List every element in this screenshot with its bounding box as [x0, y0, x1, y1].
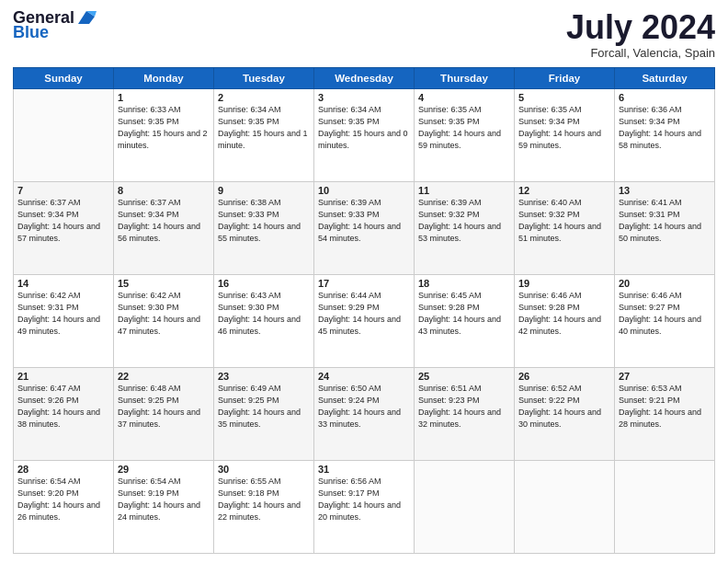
calendar-cell: 1Sunrise: 6:33 AMSunset: 9:35 PMDaylight… [114, 88, 214, 181]
day-number: 29 [118, 464, 210, 475]
calendar-cell: 9Sunrise: 6:38 AMSunset: 9:33 PMDaylight… [214, 181, 314, 274]
day-header-tuesday: Tuesday [214, 67, 314, 88]
day-number: 15 [118, 278, 210, 289]
calendar-cell [615, 460, 715, 553]
day-number: 30 [218, 464, 310, 475]
calendar-cell: 24Sunrise: 6:50 AMSunset: 9:24 PMDayligh… [314, 367, 415, 460]
calendar-header-row: SundayMondayTuesdayWednesdayThursdayFrid… [14, 67, 715, 88]
day-info: Sunrise: 6:49 AMSunset: 9:25 PMDaylight:… [218, 383, 310, 431]
day-info: Sunrise: 6:56 AMSunset: 9:17 PMDaylight:… [318, 476, 410, 523]
calendar-week-row: 21Sunrise: 6:47 AMSunset: 9:26 PMDayligh… [14, 367, 715, 460]
day-info: Sunrise: 6:34 AMSunset: 9:35 PMDaylight:… [318, 104, 410, 152]
calendar-cell: 10Sunrise: 6:39 AMSunset: 9:33 PMDayligh… [314, 181, 415, 274]
calendar-table: SundayMondayTuesdayWednesdayThursdayFrid… [13, 67, 715, 554]
day-info: Sunrise: 6:48 AMSunset: 9:25 PMDaylight:… [118, 383, 210, 431]
day-info: Sunrise: 6:54 AMSunset: 9:19 PMDaylight:… [118, 476, 210, 523]
day-number: 28 [17, 464, 109, 475]
calendar-cell: 31Sunrise: 6:56 AMSunset: 9:17 PMDayligh… [314, 460, 415, 553]
day-info: Sunrise: 6:52 AMSunset: 9:22 PMDaylight:… [518, 383, 610, 431]
day-number: 27 [619, 371, 711, 382]
calendar-cell: 15Sunrise: 6:42 AMSunset: 9:30 PMDayligh… [114, 274, 214, 367]
calendar-cell: 6Sunrise: 6:36 AMSunset: 9:34 PMDaylight… [615, 88, 715, 181]
title-block: July 2024 Forcall, Valencia, Spain [566, 9, 715, 60]
day-number: 16 [218, 278, 310, 289]
calendar-cell: 25Sunrise: 6:51 AMSunset: 9:23 PMDayligh… [415, 367, 515, 460]
day-info: Sunrise: 6:41 AMSunset: 9:31 PMDaylight:… [619, 197, 711, 245]
calendar-week-row: 7Sunrise: 6:37 AMSunset: 9:34 PMDaylight… [14, 181, 715, 274]
day-info: Sunrise: 6:55 AMSunset: 9:18 PMDaylight:… [218, 476, 310, 523]
day-info: Sunrise: 6:45 AMSunset: 9:28 PMDaylight:… [418, 290, 510, 338]
day-info: Sunrise: 6:34 AMSunset: 9:35 PMDaylight:… [218, 104, 310, 152]
day-info: Sunrise: 6:42 AMSunset: 9:31 PMDaylight:… [17, 290, 109, 338]
day-info: Sunrise: 6:35 AMSunset: 9:34 PMDaylight:… [518, 104, 610, 152]
calendar-cell: 16Sunrise: 6:43 AMSunset: 9:30 PMDayligh… [214, 274, 314, 367]
day-number: 24 [318, 371, 410, 382]
calendar-cell: 13Sunrise: 6:41 AMSunset: 9:31 PMDayligh… [615, 181, 715, 274]
day-header-sunday: Sunday [14, 67, 114, 88]
calendar-cell [415, 460, 515, 553]
day-info: Sunrise: 6:38 AMSunset: 9:33 PMDaylight:… [218, 197, 310, 245]
day-info: Sunrise: 6:50 AMSunset: 9:24 PMDaylight:… [318, 383, 410, 431]
day-header-monday: Monday [114, 67, 214, 88]
day-number: 31 [318, 464, 410, 475]
logo: General Blue [13, 9, 97, 40]
day-header-saturday: Saturday [615, 67, 715, 88]
logo-blue-text: Blue [13, 24, 49, 40]
calendar-cell: 30Sunrise: 6:55 AMSunset: 9:18 PMDayligh… [214, 460, 314, 553]
day-info: Sunrise: 6:42 AMSunset: 9:30 PMDaylight:… [118, 290, 210, 338]
day-info: Sunrise: 6:35 AMSunset: 9:35 PMDaylight:… [418, 104, 510, 152]
day-info: Sunrise: 6:37 AMSunset: 9:34 PMDaylight:… [118, 197, 210, 245]
calendar-cell: 23Sunrise: 6:49 AMSunset: 9:25 PMDayligh… [214, 367, 314, 460]
location: Forcall, Valencia, Spain [566, 46, 715, 60]
calendar-cell: 14Sunrise: 6:42 AMSunset: 9:31 PMDayligh… [14, 274, 114, 367]
calendar-cell [515, 460, 615, 553]
day-number: 20 [619, 278, 711, 289]
day-number: 8 [118, 185, 210, 196]
calendar-cell: 5Sunrise: 6:35 AMSunset: 9:34 PMDaylight… [515, 88, 615, 181]
page: General Blue July 2024 Forcall, Valencia… [0, 0, 728, 563]
logo-icon [76, 9, 97, 26]
day-info: Sunrise: 6:39 AMSunset: 9:32 PMDaylight:… [418, 197, 510, 245]
day-number: 18 [418, 278, 510, 289]
month-title: July 2024 [566, 9, 715, 46]
day-info: Sunrise: 6:37 AMSunset: 9:34 PMDaylight:… [17, 197, 109, 245]
day-info: Sunrise: 6:36 AMSunset: 9:34 PMDaylight:… [619, 104, 711, 152]
calendar-week-row: 28Sunrise: 6:54 AMSunset: 9:20 PMDayligh… [14, 460, 715, 553]
day-info: Sunrise: 6:39 AMSunset: 9:33 PMDaylight:… [318, 197, 410, 245]
day-number: 23 [218, 371, 310, 382]
day-number: 21 [17, 371, 109, 382]
day-number: 6 [619, 92, 711, 103]
day-header-thursday: Thursday [415, 67, 515, 88]
day-info: Sunrise: 6:53 AMSunset: 9:21 PMDaylight:… [619, 383, 711, 431]
calendar-cell: 29Sunrise: 6:54 AMSunset: 9:19 PMDayligh… [114, 460, 214, 553]
day-number: 1 [118, 92, 210, 103]
calendar-cell: 7Sunrise: 6:37 AMSunset: 9:34 PMDaylight… [14, 181, 114, 274]
calendar-cell: 2Sunrise: 6:34 AMSunset: 9:35 PMDaylight… [214, 88, 314, 181]
calendar-cell: 8Sunrise: 6:37 AMSunset: 9:34 PMDaylight… [114, 181, 214, 274]
header: General Blue July 2024 Forcall, Valencia… [13, 9, 715, 60]
calendar-cell: 27Sunrise: 6:53 AMSunset: 9:21 PMDayligh… [615, 367, 715, 460]
calendar-cell: 19Sunrise: 6:46 AMSunset: 9:28 PMDayligh… [515, 274, 615, 367]
day-number: 10 [318, 185, 410, 196]
day-number: 13 [619, 185, 711, 196]
day-number: 9 [218, 185, 310, 196]
day-number: 2 [218, 92, 310, 103]
day-info: Sunrise: 6:44 AMSunset: 9:29 PMDaylight:… [318, 290, 410, 338]
calendar-cell [14, 88, 114, 181]
day-info: Sunrise: 6:51 AMSunset: 9:23 PMDaylight:… [418, 383, 510, 431]
day-number: 5 [518, 92, 610, 103]
day-info: Sunrise: 6:46 AMSunset: 9:27 PMDaylight:… [619, 290, 711, 338]
day-number: 3 [318, 92, 410, 103]
day-info: Sunrise: 6:40 AMSunset: 9:32 PMDaylight:… [518, 197, 610, 245]
calendar-cell: 17Sunrise: 6:44 AMSunset: 9:29 PMDayligh… [314, 274, 415, 367]
day-number: 12 [518, 185, 610, 196]
day-info: Sunrise: 6:33 AMSunset: 9:35 PMDaylight:… [118, 104, 210, 152]
day-number: 14 [17, 278, 109, 289]
day-number: 25 [418, 371, 510, 382]
day-number: 17 [318, 278, 410, 289]
calendar-week-row: 14Sunrise: 6:42 AMSunset: 9:31 PMDayligh… [14, 274, 715, 367]
calendar-cell: 12Sunrise: 6:40 AMSunset: 9:32 PMDayligh… [515, 181, 615, 274]
calendar-cell: 26Sunrise: 6:52 AMSunset: 9:22 PMDayligh… [515, 367, 615, 460]
calendar-cell: 20Sunrise: 6:46 AMSunset: 9:27 PMDayligh… [615, 274, 715, 367]
calendar-cell: 21Sunrise: 6:47 AMSunset: 9:26 PMDayligh… [14, 367, 114, 460]
